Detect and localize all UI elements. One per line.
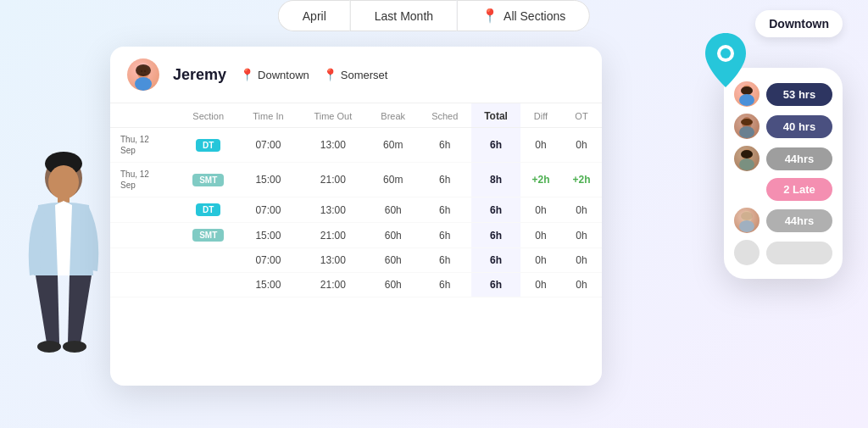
hrs-badge-1: 53 hrs — [766, 83, 832, 106]
table-row: SMT15:0021:0060h6h6h0h0h — [110, 223, 602, 248]
cell-total: 6h — [471, 273, 520, 297]
cell-ot: 0h — [561, 128, 602, 163]
table-row: Thu, 12 SepSMT15:0021:0060m6h8h+2h+2h — [110, 163, 602, 197]
downtown-pin-icon: 📍 — [240, 68, 254, 81]
cell-break: 60m — [368, 128, 418, 163]
late-badge: 2 Late — [766, 178, 832, 201]
person-figure — [17, 140, 110, 411]
col-sched-header: Sched — [418, 103, 471, 128]
cell-timeout: 13:00 — [298, 197, 369, 223]
cell-date — [110, 223, 178, 248]
section-badge: DT — [196, 139, 220, 152]
cell-diff: +2h — [520, 163, 561, 197]
filter-last-month[interactable]: Last Month — [350, 0, 457, 31]
cell-date: Thu, 12 Sep — [110, 128, 178, 163]
col-total-header: Total — [471, 103, 520, 128]
cell-timeout: 13:00 — [298, 128, 369, 163]
downtown-text: Downtown — [258, 69, 309, 81]
downtown-label: Downtown — [755, 10, 843, 37]
schedule-table: Section Time In Time Out Break Sched Tot… — [110, 103, 602, 297]
svg-point-4 — [37, 341, 61, 353]
cell-break: 60h — [368, 197, 418, 223]
cell-timeout: 21:00 — [298, 273, 369, 297]
april-label: April — [303, 9, 326, 23]
location-somerset: 📍 Somerset — [323, 68, 388, 81]
cell-sched: 6h — [418, 197, 471, 223]
svg-point-25 — [739, 220, 754, 232]
cell-total: 8h — [471, 163, 520, 197]
col-timeout-header: Time Out — [298, 103, 369, 128]
col-break-header: Break — [368, 103, 418, 128]
svg-point-21 — [741, 150, 753, 158]
emp-avatar-2 — [734, 114, 760, 139]
col-section-header: Section — [178, 103, 238, 128]
location-pin-icon: 📍 — [481, 8, 498, 24]
phone-card: 53 hrs 40 hrs 44hrs — [724, 68, 843, 279]
cell-sched: 6h — [418, 163, 471, 197]
cell-badge: DT — [178, 128, 238, 163]
card-header: Jeremy 📍 Downtown 📍 Somerset — [110, 47, 602, 103]
col-date-header — [110, 103, 178, 128]
svg-point-5 — [63, 341, 86, 353]
location-downtown: 📍 Downtown — [240, 68, 309, 81]
cell-ot: 0h — [561, 273, 602, 297]
svg-point-10 — [135, 77, 152, 91]
cell-date: Thu, 12 Sep — [110, 163, 178, 197]
cell-break: 60h — [368, 273, 418, 297]
cell-date — [110, 197, 178, 223]
cell-diff: 0h — [520, 197, 561, 223]
svg-point-18 — [741, 119, 753, 125]
cell-diff: 0h — [520, 273, 561, 297]
table-row: Thu, 12 SepDT07:0013:0060m6h6h0h0h — [110, 128, 602, 163]
cell-total: 6h — [471, 197, 520, 223]
table-row: DT07:0013:0060h6h6h0h0h — [110, 197, 602, 223]
cell-diff: 0h — [520, 223, 561, 248]
svg-point-24 — [741, 212, 753, 220]
col-ot-header: OT — [561, 103, 602, 128]
all-sections-label: All Sections — [504, 9, 565, 23]
svg-point-19 — [739, 126, 754, 138]
filter-april[interactable]: April — [278, 0, 350, 31]
cell-ot: 0h — [561, 223, 602, 248]
cell-timein: 15:00 — [238, 223, 298, 248]
cell-diff: 0h — [520, 248, 561, 273]
employee-row-2: 40 hrs — [734, 114, 832, 139]
cell-ot: 0h — [561, 248, 602, 273]
cell-break: 60h — [368, 248, 418, 273]
col-timein-header: Time In — [238, 103, 298, 128]
last-month-label: Last Month — [375, 9, 433, 23]
svg-point-22 — [739, 158, 754, 170]
svg-point-11 — [136, 64, 151, 76]
cell-break: 60m — [368, 163, 418, 197]
cell-total: 6h — [471, 248, 520, 273]
cell-timeout: 13:00 — [298, 248, 369, 273]
emp-avatar-5 — [734, 240, 760, 265]
user-name: Jeremy — [173, 66, 226, 84]
employee-row-3: 44hrs — [734, 146, 832, 171]
cell-badge: DT — [178, 197, 238, 223]
cell-total: 6h — [471, 128, 520, 163]
cell-timein: 15:00 — [238, 273, 298, 297]
svg-point-13 — [721, 48, 731, 58]
scene: April Last Month 📍 All Sections — [0, 0, 868, 428]
cell-timeout: 21:00 — [298, 223, 369, 248]
section-badge: SMT — [192, 174, 224, 186]
cell-timein: 07:00 — [238, 128, 298, 163]
cell-sched: 6h — [418, 248, 471, 273]
emp-avatar-4 — [734, 208, 760, 233]
cell-ot: 0h — [561, 197, 602, 223]
hrs-badge-4: 44hrs — [766, 209, 832, 232]
hrs-badge-3: 44hrs — [766, 147, 832, 170]
filter-bar: April Last Month 📍 All Sections — [278, 0, 590, 31]
somerset-pin-icon: 📍 — [323, 68, 337, 81]
cell-badge — [178, 248, 238, 273]
hrs-badge-5: --- — [766, 242, 832, 264]
user-avatar — [127, 58, 159, 91]
filter-all-sections[interactable]: 📍 All Sections — [457, 0, 590, 31]
employee-row-5: --- — [734, 240, 832, 265]
cell-badge: SMT — [178, 163, 238, 197]
cell-timein: 15:00 — [238, 163, 298, 197]
table-row: 15:0021:0060h6h6h0h0h — [110, 273, 602, 297]
cell-badge: SMT — [178, 223, 238, 248]
cell-date — [110, 273, 178, 297]
